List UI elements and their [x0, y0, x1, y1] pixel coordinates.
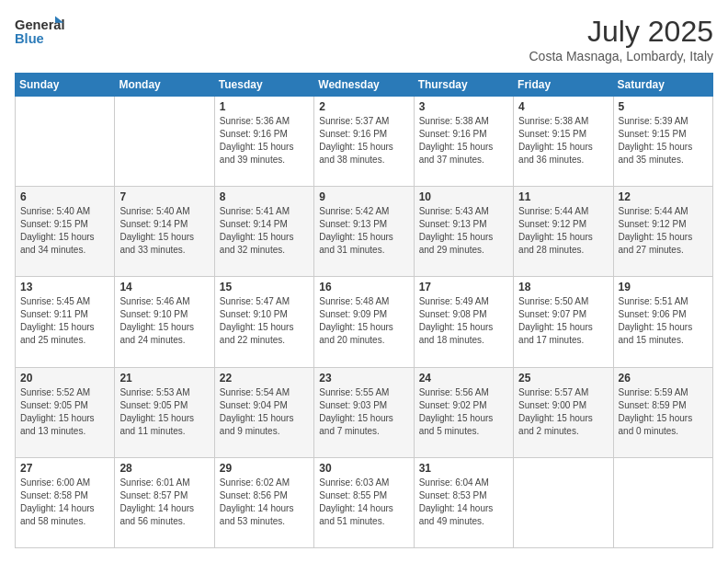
- week-row-5: 27Sunrise: 6:00 AM Sunset: 8:58 PM Dayli…: [16, 457, 713, 547]
- day-info: Sunrise: 6:03 AM Sunset: 8:55 PM Dayligh…: [319, 477, 408, 528]
- col-header-wednesday: Wednesday: [314, 74, 414, 97]
- calendar-cell: 5Sunrise: 5:39 AM Sunset: 9:15 PM Daylig…: [613, 97, 712, 187]
- day-info: Sunrise: 5:42 AM Sunset: 9:13 PM Dayligh…: [319, 205, 408, 257]
- week-row-2: 6Sunrise: 5:40 AM Sunset: 9:15 PM Daylig…: [16, 187, 713, 277]
- day-number: 24: [419, 372, 508, 385]
- calendar-cell: 1Sunrise: 5:36 AM Sunset: 9:16 PM Daylig…: [214, 97, 313, 187]
- day-number: 17: [419, 281, 508, 293]
- calendar-cell: 19Sunrise: 5:51 AM Sunset: 9:06 PM Dayli…: [613, 277, 712, 367]
- day-info: Sunrise: 5:38 AM Sunset: 9:15 PM Dayligh…: [518, 115, 608, 167]
- week-row-3: 13Sunrise: 5:45 AM Sunset: 9:11 PM Dayli…: [16, 277, 713, 367]
- day-info: Sunrise: 5:51 AM Sunset: 9:06 PM Dayligh…: [619, 295, 708, 347]
- calendar-cell: [514, 457, 613, 547]
- day-number: 18: [518, 281, 608, 293]
- day-info: Sunrise: 5:54 AM Sunset: 9:04 PM Dayligh…: [220, 386, 309, 438]
- calendar-cell: 20Sunrise: 5:52 AM Sunset: 9:05 PM Dayli…: [16, 367, 115, 457]
- title-block: July 2025 Costa Masnaga, Lombardy, Italy: [529, 15, 713, 63]
- day-number: 25: [518, 372, 608, 385]
- day-number: 27: [20, 462, 109, 475]
- calendar-cell: 2Sunrise: 5:37 AM Sunset: 9:16 PM Daylig…: [314, 97, 414, 187]
- col-header-friday: Friday: [514, 74, 613, 97]
- day-info: Sunrise: 5:49 AM Sunset: 9:08 PM Dayligh…: [419, 295, 508, 347]
- calendar-cell: 25Sunrise: 5:57 AM Sunset: 9:00 PM Dayli…: [514, 367, 613, 457]
- calendar-table: SundayMondayTuesdayWednesdayThursdayFrid…: [15, 73, 713, 548]
- day-info: Sunrise: 5:44 AM Sunset: 9:12 PM Dayligh…: [619, 205, 708, 257]
- calendar-cell: 7Sunrise: 5:40 AM Sunset: 9:14 PM Daylig…: [115, 187, 214, 277]
- day-number: 3: [419, 100, 508, 113]
- calendar-cell: 24Sunrise: 5:56 AM Sunset: 9:02 PM Dayli…: [414, 367, 513, 457]
- day-info: Sunrise: 5:48 AM Sunset: 9:09 PM Dayligh…: [319, 295, 408, 347]
- calendar-cell: 4Sunrise: 5:38 AM Sunset: 9:15 PM Daylig…: [514, 97, 613, 187]
- day-info: Sunrise: 5:43 AM Sunset: 9:13 PM Dayligh…: [419, 205, 508, 257]
- calendar-header-row: SundayMondayTuesdayWednesdayThursdayFrid…: [16, 74, 713, 97]
- day-number: 7: [119, 190, 209, 203]
- calendar-cell: 30Sunrise: 6:03 AM Sunset: 8:55 PM Dayli…: [314, 457, 414, 547]
- day-info: Sunrise: 5:41 AM Sunset: 9:14 PM Dayligh…: [220, 205, 309, 257]
- day-info: Sunrise: 5:46 AM Sunset: 9:10 PM Dayligh…: [119, 295, 209, 347]
- calendar-cell: 12Sunrise: 5:44 AM Sunset: 9:12 PM Dayli…: [613, 187, 712, 277]
- svg-text:Blue: Blue: [15, 31, 44, 46]
- calendar-cell: 16Sunrise: 5:48 AM Sunset: 9:09 PM Dayli…: [314, 277, 414, 367]
- day-info: Sunrise: 6:00 AM Sunset: 8:58 PM Dayligh…: [20, 477, 109, 528]
- day-info: Sunrise: 5:57 AM Sunset: 9:00 PM Dayligh…: [518, 386, 608, 438]
- calendar-cell: 18Sunrise: 5:50 AM Sunset: 9:07 PM Dayli…: [514, 277, 613, 367]
- day-info: Sunrise: 5:47 AM Sunset: 9:10 PM Dayligh…: [220, 295, 309, 347]
- day-number: 22: [220, 372, 309, 385]
- day-number: 4: [518, 100, 608, 113]
- calendar-cell: 17Sunrise: 5:49 AM Sunset: 9:08 PM Dayli…: [414, 277, 513, 367]
- day-number: 2: [319, 100, 408, 113]
- day-info: Sunrise: 6:01 AM Sunset: 8:57 PM Dayligh…: [119, 477, 209, 528]
- day-info: Sunrise: 5:37 AM Sunset: 9:16 PM Dayligh…: [319, 115, 408, 167]
- day-info: Sunrise: 5:56 AM Sunset: 9:02 PM Dayligh…: [419, 386, 508, 438]
- calendar-cell: 14Sunrise: 5:46 AM Sunset: 9:10 PM Dayli…: [115, 277, 214, 367]
- calendar-cell: 26Sunrise: 5:59 AM Sunset: 8:59 PM Dayli…: [613, 367, 712, 457]
- day-info: Sunrise: 5:50 AM Sunset: 9:07 PM Dayligh…: [518, 295, 608, 347]
- page: GeneralBlue July 2025 Costa Masnaga, Lom…: [0, 0, 728, 563]
- day-number: 26: [619, 372, 708, 385]
- calendar-cell: 22Sunrise: 5:54 AM Sunset: 9:04 PM Dayli…: [214, 367, 313, 457]
- day-number: 14: [119, 281, 209, 293]
- day-number: 6: [20, 190, 109, 203]
- calendar-cell: 28Sunrise: 6:01 AM Sunset: 8:57 PM Dayli…: [115, 457, 214, 547]
- calendar-cell: 8Sunrise: 5:41 AM Sunset: 9:14 PM Daylig…: [214, 187, 313, 277]
- calendar-cell: 23Sunrise: 5:55 AM Sunset: 9:03 PM Dayli…: [314, 367, 414, 457]
- day-number: 20: [20, 372, 109, 385]
- day-info: Sunrise: 5:52 AM Sunset: 9:05 PM Dayligh…: [20, 386, 109, 438]
- day-number: 11: [518, 190, 608, 203]
- day-number: 30: [319, 462, 408, 475]
- day-info: Sunrise: 5:39 AM Sunset: 9:15 PM Dayligh…: [619, 115, 708, 167]
- calendar-cell: 6Sunrise: 5:40 AM Sunset: 9:15 PM Daylig…: [16, 187, 115, 277]
- day-number: 13: [20, 281, 109, 293]
- day-number: 16: [319, 281, 408, 293]
- day-info: Sunrise: 5:40 AM Sunset: 9:14 PM Dayligh…: [119, 205, 209, 257]
- main-title: July 2025: [529, 15, 713, 49]
- day-number: 8: [220, 190, 309, 203]
- calendar-cell: 21Sunrise: 5:53 AM Sunset: 9:05 PM Dayli…: [115, 367, 214, 457]
- day-info: Sunrise: 5:53 AM Sunset: 9:05 PM Dayligh…: [119, 386, 209, 438]
- day-number: 15: [220, 281, 309, 293]
- calendar-cell: 15Sunrise: 5:47 AM Sunset: 9:10 PM Dayli…: [214, 277, 313, 367]
- week-row-1: 1Sunrise: 5:36 AM Sunset: 9:16 PM Daylig…: [16, 97, 713, 187]
- day-number: 29: [220, 462, 309, 475]
- day-number: 31: [419, 462, 508, 475]
- calendar-cell: 31Sunrise: 6:04 AM Sunset: 8:53 PM Dayli…: [414, 457, 513, 547]
- day-number: 9: [319, 190, 408, 203]
- col-header-sunday: Sunday: [16, 74, 115, 97]
- week-row-4: 20Sunrise: 5:52 AM Sunset: 9:05 PM Dayli…: [16, 367, 713, 457]
- day-info: Sunrise: 5:55 AM Sunset: 9:03 PM Dayligh…: [319, 386, 408, 438]
- header: GeneralBlue July 2025 Costa Masnaga, Lom…: [15, 15, 713, 63]
- day-info: Sunrise: 5:59 AM Sunset: 8:59 PM Dayligh…: [619, 386, 708, 438]
- calendar-cell: [613, 457, 712, 547]
- day-number: 1: [220, 100, 309, 113]
- day-info: Sunrise: 5:38 AM Sunset: 9:16 PM Dayligh…: [419, 115, 508, 167]
- calendar-cell: 11Sunrise: 5:44 AM Sunset: 9:12 PM Dayli…: [514, 187, 613, 277]
- day-info: Sunrise: 5:45 AM Sunset: 9:11 PM Dayligh…: [20, 295, 109, 347]
- day-info: Sunrise: 5:44 AM Sunset: 9:12 PM Dayligh…: [518, 205, 608, 257]
- day-info: Sunrise: 6:02 AM Sunset: 8:56 PM Dayligh…: [220, 477, 309, 528]
- calendar-cell: 29Sunrise: 6:02 AM Sunset: 8:56 PM Dayli…: [214, 457, 313, 547]
- col-header-tuesday: Tuesday: [214, 74, 313, 97]
- day-number: 19: [619, 281, 708, 293]
- day-info: Sunrise: 6:04 AM Sunset: 8:53 PM Dayligh…: [419, 477, 508, 528]
- day-number: 12: [619, 190, 708, 203]
- logo: GeneralBlue: [15, 15, 65, 48]
